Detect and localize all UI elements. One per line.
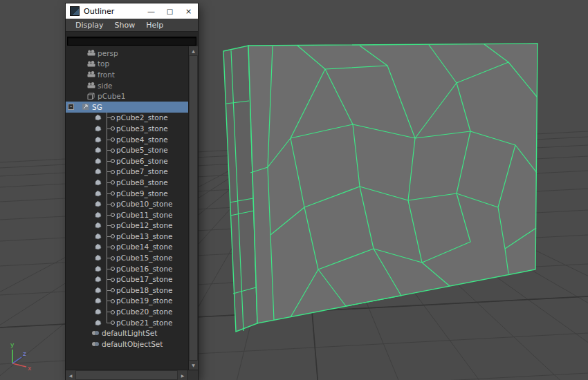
tree-branch-connector [104, 296, 115, 307]
vertical-scroll-thumb[interactable] [190, 56, 197, 360]
outliner-item-pCube1[interactable]: pCube1 [66, 91, 189, 102]
outliner-item-pCube18_stone[interactable]: pCube18_stone [66, 285, 189, 296]
outliner-item-label: pCube20_stone [116, 307, 173, 316]
outliner-tree[interactable]: persptopfrontsidepCube1-SGpCube2_stonepC… [66, 46, 198, 370]
stone-icon [93, 189, 102, 197]
outliner-item-pCube6_stone[interactable]: pCube6_stone [66, 155, 189, 167]
vertical-scroll-track[interactable] [189, 55, 198, 361]
menu-display[interactable]: Display [70, 21, 109, 30]
stone-icon [93, 319, 102, 326]
stone-icon [93, 254, 102, 262]
outliner-item-label: pCube17_stone [116, 275, 173, 283]
menu-help[interactable]: Help [140, 21, 169, 30]
close-button[interactable]: × [179, 3, 198, 19]
outliner-item-persp[interactable]: persp [66, 48, 189, 59]
outliner-item-pCube2_stone[interactable]: pCube2_stone [66, 113, 189, 124]
outliner-item-label: side [98, 82, 113, 90]
tree-branch-connector [104, 274, 115, 285]
outliner-item-label: pCube8_stone [116, 178, 168, 187]
tree-branch-connector [104, 252, 115, 263]
outliner-filter-input[interactable] [67, 37, 196, 46]
stone-icon [93, 211, 102, 218]
outliner-item-side[interactable]: side [66, 80, 189, 91]
camera-icon [86, 49, 95, 57]
scroll-left-icon[interactable]: ◀ [66, 370, 75, 380]
tree-branch-connector [104, 155, 115, 167]
outliner-item-pCube3_stone[interactable]: pCube3_stone [66, 123, 189, 134]
stone-icon [93, 114, 102, 122]
outliner-item-pCube14_stone[interactable]: pCube14_stone [66, 242, 189, 253]
stone-icon [93, 276, 102, 283]
cube-icon [86, 93, 95, 100]
stone-icon [93, 168, 102, 175]
stone-icon [93, 157, 102, 164]
z-axis-label: z [23, 350, 26, 357]
scroll-right-icon[interactable]: ▶ [178, 370, 187, 380]
outliner-item-pCube20_stone[interactable]: pCube20_stone [66, 306, 189, 317]
horizontal-scroll-thumb[interactable] [76, 371, 177, 379]
outliner-item-label: pCube16_stone [116, 265, 173, 273]
outliner-item-label: pCube18_stone [116, 286, 173, 294]
camera-icon [86, 70, 95, 78]
stone-icon [93, 232, 102, 240]
outliner-window-icon [70, 6, 80, 16]
stone-icon [93, 308, 102, 316]
vertical-scrollbar[interactable]: ▲ ▼ [188, 46, 198, 370]
outliner-item-label: pCube10_stone [116, 200, 173, 208]
y-axis-label: y [10, 341, 15, 348]
outliner-item-top[interactable]: top [66, 59, 189, 70]
outliner-item-pCube10_stone[interactable]: pCube10_stone [66, 198, 189, 209]
outliner-item-label: top [98, 59, 109, 68]
outliner-menubar: Display Show Help [66, 19, 198, 32]
outliner-item-pCube15_stone[interactable]: pCube15_stone [66, 252, 189, 263]
outliner-window: Outliner — □ × Display Show Help perspto… [66, 3, 198, 380]
camera-icon [86, 82, 95, 89]
tree-branch-connector [104, 167, 115, 178]
outliner-item-label: pCube19_stone [116, 296, 173, 305]
outliner-item-label: front [98, 70, 115, 79]
horizontal-scrollbar[interactable]: ◀ ▶ [66, 370, 198, 380]
outliner-item-pCube12_stone[interactable]: pCube12_stone [66, 220, 189, 231]
outliner-titlebar[interactable]: Outliner — □ × [66, 3, 198, 19]
outliner-item-label: pCube1 [98, 92, 125, 100]
outliner-item-pCube16_stone[interactable]: pCube16_stone [66, 263, 189, 274]
outliner-item-label: SG [92, 103, 102, 111]
outliner-item-defaultLightSet[interactable]: defaultLightSet [66, 327, 189, 339]
outliner-item-pCube8_stone[interactable]: pCube8_stone [66, 177, 189, 188]
outliner-item-pCube5_stone[interactable]: pCube5_stone [66, 144, 189, 155]
outliner-item-pCube21_stone[interactable]: pCube21_stone [66, 317, 189, 328]
outliner-item-SG[interactable]: -SG [66, 102, 189, 113]
menu-show[interactable]: Show [109, 21, 141, 30]
outliner-item-label: pCube15_stone [116, 254, 173, 262]
maximize-button[interactable]: □ [160, 3, 179, 19]
collapse-expander-icon[interactable]: - [68, 104, 74, 110]
outliner-item-pCube7_stone[interactable]: pCube7_stone [66, 167, 189, 178]
tree-branch-connector [104, 231, 115, 242]
tree-branch-connector [104, 317, 115, 328]
outliner-item-pCube11_stone[interactable]: pCube11_stone [66, 209, 189, 220]
stone-icon [93, 222, 102, 229]
tree-branch-connector [104, 144, 115, 155]
outliner-item-pCube4_stone[interactable]: pCube4_stone [66, 134, 189, 145]
scroll-up-icon[interactable]: ▲ [189, 46, 198, 55]
outliner-item-pCube17_stone[interactable]: pCube17_stone [66, 274, 189, 285]
outliner-item-defaultObjectSet[interactable]: defaultObjectSet [66, 339, 189, 350]
outliner-item-pCube9_stone[interactable]: pCube9_stone [66, 188, 189, 199]
tree-branch-connector [104, 306, 115, 317]
stone-icon [93, 200, 102, 208]
stone-icon [93, 178, 102, 186]
horizontal-scroll-track[interactable] [75, 370, 178, 380]
shading-group-icon [81, 103, 90, 111]
set-icon [91, 340, 100, 348]
outliner-item-label: pCube2_stone [116, 113, 168, 122]
minimize-button[interactable]: — [142, 3, 160, 19]
outliner-item-label: pCube11_stone [116, 211, 173, 219]
stone-icon [93, 286, 102, 294]
tree-branch-connector [104, 177, 115, 188]
outliner-item-front[interactable]: front [66, 69, 189, 80]
scroll-down-icon[interactable]: ▼ [189, 361, 198, 370]
outliner-item-pCube13_stone[interactable]: pCube13_stone [66, 231, 189, 242]
outliner-item-pCube19_stone[interactable]: pCube19_stone [66, 296, 189, 307]
outliner-item-label: pCube4_stone [116, 135, 168, 144]
outliner-item-label: pCube6_stone [116, 157, 168, 165]
